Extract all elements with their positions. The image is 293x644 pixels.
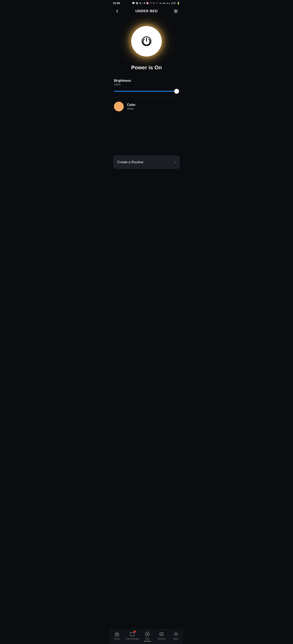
settings-button[interactable] [173, 8, 179, 14]
brightness-section: Brightness 100% [114, 79, 179, 92]
color-value-text: White [127, 107, 136, 110]
power-status-text: Power is On [131, 64, 162, 71]
gear-icon [173, 8, 178, 14]
status-bar: 01:56 💬 👻 📷 • N ⏰ 📳 ✦ 📍 ▼ LTE ▲▲ 22 [110, 0, 183, 6]
status-time: 01:56 [113, 2, 120, 5]
controls-section: Brightness 100% Color White [110, 75, 183, 115]
nfc-icon: N [144, 2, 145, 4]
color-label: Color [127, 103, 136, 107]
brightness-value: 100% [114, 83, 179, 86]
header: UNDER BED [110, 6, 183, 17]
vibrate-icon: 📳 [150, 2, 152, 4]
bluetooth-icon: ✦ [153, 2, 155, 5]
power-section: Power is On [110, 17, 183, 75]
battery-text: 22% [171, 2, 176, 5]
spacer [110, 115, 183, 155]
snapchat-icon: 👻 [136, 2, 138, 4]
divider [114, 96, 179, 97]
brightness-label: Brightness [114, 79, 179, 82]
whatsapp-icon: 💬 [132, 2, 135, 4]
back-arrow-icon [115, 9, 119, 13]
svg-point-0 [175, 10, 177, 12]
instagram-icon: 📷 [139, 2, 141, 4]
color-section[interactable]: Color White [114, 98, 179, 115]
page-title: UNDER BED [135, 9, 158, 13]
back-button[interactable] [114, 8, 120, 14]
battery-icon: 🔋 [177, 2, 180, 5]
power-icon [140, 35, 153, 47]
wifi-icon: ▼ [159, 2, 161, 4]
routine-arrow-icon: › [174, 160, 176, 164]
alarm-icon: ⏰ [146, 2, 149, 4]
brightness-slider[interactable] [114, 91, 179, 92]
routine-label: Create a Routine [117, 160, 143, 164]
signal-icon: ▲▲ [166, 2, 170, 4]
color-info: Color White [127, 103, 136, 110]
status-icons: 💬 👻 📷 • N ⏰ 📳 ✦ 📍 ▼ LTE ▲▲ 22% 🔋 [132, 2, 180, 5]
dot-separator: • [142, 2, 143, 4]
lte-icon: LTE [162, 2, 165, 4]
power-button[interactable] [131, 26, 162, 56]
create-routine-button[interactable]: Create a Routine › [113, 155, 180, 169]
routine-section: Create a Routine › [110, 155, 183, 172]
location-icon: 📍 [156, 2, 158, 4]
power-glow [128, 23, 165, 60]
color-swatch [114, 102, 124, 112]
